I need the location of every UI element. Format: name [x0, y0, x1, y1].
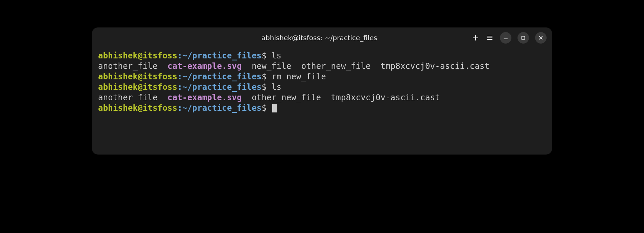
prompt-path: ~/practice_files [182, 72, 261, 81]
file-separator [158, 61, 167, 71]
svg-rect-0 [522, 36, 525, 40]
prompt-path: ~/practice_files [182, 82, 261, 92]
minimize-button[interactable] [500, 32, 511, 44]
file-separator [242, 61, 252, 71]
window-title: abhishek@itsfoss: ~/practice_files [180, 34, 459, 42]
close-button[interactable] [535, 32, 547, 44]
command-text: ls [272, 82, 281, 92]
prompt-userhost: abhishek@itsfoss [98, 103, 177, 113]
maximize-button[interactable] [518, 32, 529, 44]
prompt-path: ~/practice_files [182, 51, 261, 60]
prompt-colon: : [177, 82, 182, 92]
file-name: other_new_file [301, 61, 371, 71]
terminal-line: abhishek@itsfoss:~/practice_files$ [98, 103, 546, 113]
prompt-symbol: $ [261, 51, 271, 60]
file-name: new_file [252, 61, 291, 71]
terminal-line: abhishek@itsfoss:~/practice_files$ ls [98, 82, 546, 93]
terminal-window: abhishek@itsfoss: ~/practice_files [92, 28, 552, 154]
file-separator [291, 61, 301, 71]
prompt-symbol: $ [261, 72, 271, 81]
hamburger-menu-icon[interactable] [486, 34, 494, 42]
prompt-userhost: abhishek@itsfoss [98, 82, 177, 92]
prompt-colon: : [177, 72, 182, 81]
prompt-userhost: abhishek@itsfoss [98, 51, 177, 60]
titlebar-controls [459, 32, 547, 44]
titlebar: abhishek@itsfoss: ~/practice_files [92, 28, 552, 48]
file-name: tmp8xcvcj0v-ascii.cast [331, 93, 440, 102]
prompt-symbol: $ [261, 82, 271, 92]
cursor [272, 104, 277, 112]
command-text: ls [272, 51, 281, 60]
file-name: cat-example.svg [167, 93, 242, 102]
prompt-userhost: abhishek@itsfoss [98, 72, 177, 81]
file-name: cat-example.svg [167, 61, 242, 71]
command-text: rm new_file [272, 72, 326, 81]
file-name: another_file [98, 93, 158, 102]
terminal-line: abhishek@itsfoss:~/practice_files$ ls [98, 51, 546, 61]
file-separator [242, 93, 252, 102]
file-name: tmp8xcvcj0v-ascii.cast [381, 61, 489, 71]
terminal-output-line: another_file cat-example.svg new_file ot… [98, 61, 546, 72]
file-name: another_file [98, 61, 158, 71]
new-tab-icon[interactable] [472, 34, 480, 42]
prompt-path: ~/practice_files [182, 103, 261, 113]
file-name: other_new_file [252, 93, 321, 102]
prompt-colon: : [177, 103, 182, 113]
terminal-output-line: another_file cat-example.svg other_new_f… [98, 93, 546, 103]
prompt-symbol: $ [261, 103, 271, 113]
terminal-line: abhishek@itsfoss:~/practice_files$ rm ne… [98, 72, 546, 82]
terminal-body[interactable]: abhishek@itsfoss:~/practice_files$ lsano… [92, 48, 552, 154]
file-separator [158, 93, 167, 102]
file-separator [321, 93, 331, 102]
prompt-colon: : [177, 51, 182, 60]
file-separator [371, 61, 381, 71]
